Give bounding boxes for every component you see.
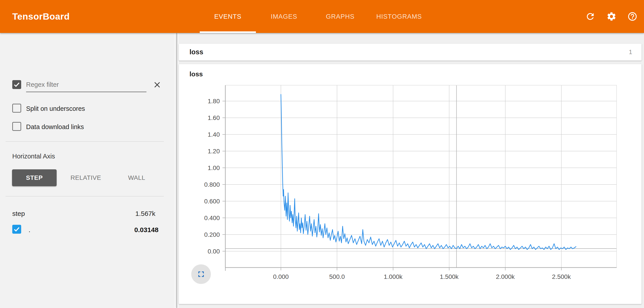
loss-chart-plot[interactable]: 0.000.2000.4000.6000.8001.001.201.401.60… [225,85,616,268]
y-axis-tick-label: 0.00 [208,248,220,255]
tab-images[interactable]: IMAGES [256,0,312,33]
data-download-links-checkbox[interactable] [12,122,21,131]
sidebar-scrollbar-track[interactable] [175,33,178,308]
x-axis-tick-label: 2.000k [496,273,515,280]
tab-graphs-label: GRAPHS [326,13,354,20]
tab-histograms[interactable]: HISTOGRAMS [368,0,430,33]
tab-events-label: EVENTS [214,13,242,20]
expand-chart-button[interactable] [191,264,211,284]
chart-title: loss [190,70,203,78]
x-axis-tick-label: 0.000 [273,273,289,280]
axis-option-relative[interactable]: RELATIVE [67,169,105,186]
checkmark-icon [13,81,20,88]
fullscreen-icon [196,270,206,279]
x-axis-tick-label: 2.500k [552,273,571,280]
y-axis-tick-label: 0.400 [204,215,220,221]
y-axis-tick-label: 0.200 [204,231,220,238]
tooltip-step-value: 1.567k [135,210,155,217]
sidebar: Split on underscores Data download links… [0,33,178,308]
regex-filter-checkbox[interactable] [12,80,21,89]
category-title: loss [190,48,203,56]
tensorboard-app: { "header": { "title": "TensorBoard", "t… [0,0,644,308]
sidebar-scrollbar-thumb[interactable] [176,33,178,308]
tooltip-step-label: step [12,210,25,217]
tab-bar: EVENTS IMAGES GRAPHS HISTOGRAMS [200,0,430,33]
help-icon[interactable] [627,11,638,21]
tab-histograms-label: HISTOGRAMS [376,13,422,20]
y-axis-tick-label: 1.80 [208,98,220,105]
y-axis-tick-label: 1.40 [208,131,220,138]
tooltip-run-value: 0.03148 [134,226,158,234]
x-axis-tick-label: 500.0 [329,273,345,280]
checkmark-icon [13,225,20,233]
app-header: TensorBoard EVENTS IMAGES GRAPHS HISTOGR… [0,0,644,33]
refresh-icon[interactable] [585,11,596,21]
axis-option-wall[interactable]: WALL [118,169,156,186]
axis-option-wall-label: WALL [128,174,145,181]
axis-option-step[interactable]: STEP [12,169,56,186]
tab-images-label: IMAGES [271,13,297,20]
run-checkbox[interactable] [12,225,21,234]
split-underscores-checkbox[interactable] [12,104,21,113]
split-underscores-label: Split on underscores [26,105,85,112]
axis-option-relative-label: RELATIVE [70,174,101,181]
main-content: loss 1 loss 0.000.2000.4000.6000.8001.00… [178,33,644,308]
app-title: TensorBoard [12,0,70,33]
y-axis-tick-label: 1.60 [208,114,220,121]
y-axis-tick-label: 0.800 [204,181,220,188]
settings-gear-icon[interactable] [606,11,616,21]
y-axis-tick-label: 1.00 [208,164,220,171]
category-chart-count: 1 [629,49,632,56]
run-name-label: . [28,226,30,234]
tab-events[interactable]: EVENTS [200,0,256,33]
category-header-loss[interactable]: loss 1 [179,44,642,61]
sidebar-divider [6,196,164,196]
regex-filter-input[interactable] [26,77,146,92]
horizontal-axis-heading: Horizontal Axis [12,153,55,160]
x-axis-tick-label: 1.000k [384,273,402,280]
axis-option-step-label: STEP [26,174,42,181]
tab-graphs[interactable]: GRAPHS [312,0,368,33]
sidebar-divider [6,141,164,142]
y-axis-tick-label: 0.600 [204,198,220,205]
plot-border [225,85,616,268]
x-axis-tick-label: 1.500k [440,273,459,280]
clear-regex-icon[interactable] [153,81,162,89]
data-download-links-label: Data download links [26,123,84,131]
loss-chart-card: loss 0.000.2000.4000.6000.8001.001.201.4… [179,64,642,304]
y-axis-tick-label: 1.20 [208,148,220,155]
